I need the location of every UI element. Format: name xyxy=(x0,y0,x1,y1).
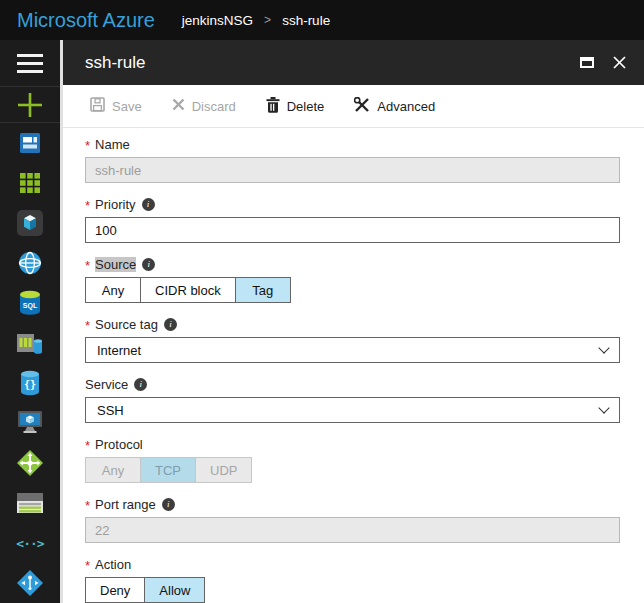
protocol-field: * Protocol Any TCP UDP xyxy=(85,436,620,483)
maximize-icon[interactable] xyxy=(580,57,594,68)
required-marker: * xyxy=(85,198,90,213)
save-button: Save xyxy=(90,97,142,115)
protocol-toggle-group: Any TCP UDP xyxy=(85,457,252,483)
hamburger-menu-icon[interactable] xyxy=(0,40,60,87)
source-tag-select[interactable]: Internet xyxy=(85,337,620,363)
delete-button[interactable]: Delete xyxy=(266,97,325,116)
protocol-option-tcp: TCP xyxy=(140,457,196,483)
save-label: Save xyxy=(112,99,142,114)
required-marker: * xyxy=(85,438,90,453)
blade-window-controls xyxy=(580,56,626,69)
required-marker: * xyxy=(85,138,90,153)
advanced-label: Advanced xyxy=(377,99,435,114)
discard-label: Discard xyxy=(192,99,236,114)
chevron-down-icon xyxy=(598,402,609,413)
source-label: Source xyxy=(95,257,136,272)
resource-groups-icon[interactable] xyxy=(0,203,60,243)
dashboard-icon[interactable] xyxy=(0,123,60,163)
storage-accounts-icon[interactable] xyxy=(0,483,60,523)
breadcrumb-item-ssh-rule[interactable]: ssh-rule xyxy=(282,13,330,28)
azure-brand[interactable]: Microsoft Azure xyxy=(17,9,155,32)
discard-button: Discard xyxy=(172,98,236,114)
discard-icon xyxy=(172,98,185,114)
new-resource-icon[interactable] xyxy=(0,87,60,123)
close-icon[interactable] xyxy=(613,56,626,69)
breadcrumb-separator-icon: > xyxy=(264,13,271,27)
port-range-field: * Port range xyxy=(85,496,620,543)
service-label: Service xyxy=(85,377,128,392)
action-field: * Action Deny Allow xyxy=(85,556,620,603)
virtual-machines-icon[interactable] xyxy=(0,403,60,443)
name-input xyxy=(85,157,620,183)
protocol-option-any: Any xyxy=(85,457,141,483)
sql-databases-icon[interactable]: SQL xyxy=(0,283,60,323)
blade-title: ssh-rule xyxy=(85,53,145,73)
protocol-option-udp: UDP xyxy=(195,457,252,483)
action-option-allow[interactable]: Allow xyxy=(144,577,205,603)
action-label-row: * Action xyxy=(85,556,620,572)
protocol-label-row: * Protocol xyxy=(85,436,620,452)
breadcrumb-item-jenkinsnsg[interactable]: jenkinsNSG xyxy=(182,13,253,28)
info-icon[interactable] xyxy=(142,258,155,271)
save-icon xyxy=(90,97,105,115)
info-icon[interactable] xyxy=(164,318,177,331)
sql-icon-text: SQL xyxy=(23,302,38,310)
priority-input[interactable] xyxy=(85,217,620,243)
command-bar: Save Discard Delete Advanced xyxy=(63,85,644,128)
required-marker: * xyxy=(85,258,90,273)
service-select[interactable]: SSH xyxy=(85,397,620,423)
main-area: SQL {} <··> xyxy=(0,40,644,603)
ssh-rule-blade: ssh-rule Save Discard xyxy=(63,40,644,603)
cosmos-db-icon[interactable]: {} xyxy=(0,363,60,403)
name-label-row: * Name xyxy=(85,136,620,152)
info-icon[interactable] xyxy=(162,498,175,511)
source-tag-label: Source tag xyxy=(95,317,158,332)
source-label-row: * Source xyxy=(85,256,620,272)
info-icon[interactable] xyxy=(142,198,155,211)
rule-form: * Name * Priority * Sou xyxy=(63,128,644,603)
source-field: * Source Any CIDR block Tag xyxy=(85,256,620,303)
left-sidebar: SQL {} <··> xyxy=(0,40,60,603)
priority-label-row: * Priority xyxy=(85,196,620,212)
all-resources-icon[interactable] xyxy=(0,163,60,203)
virtual-networks-icon[interactable] xyxy=(0,563,60,603)
source-option-tag[interactable]: Tag xyxy=(235,277,291,303)
action-option-deny[interactable]: Deny xyxy=(85,577,145,603)
action-toggle-group: Deny Allow xyxy=(85,577,205,603)
source-tag-label-row: * Source tag xyxy=(85,316,620,332)
action-label: Action xyxy=(95,557,131,572)
breadcrumb: jenkinsNSG > ssh-rule xyxy=(182,13,330,28)
required-marker: * xyxy=(85,318,90,333)
function-apps-icon[interactable]: <··> xyxy=(0,523,60,563)
code-icon-text: <··> xyxy=(16,536,43,551)
service-selected-value: SSH xyxy=(97,403,124,418)
priority-label: Priority xyxy=(95,197,135,212)
source-option-any[interactable]: Any xyxy=(85,277,141,303)
info-icon[interactable] xyxy=(134,378,147,391)
port-range-label: Port range xyxy=(95,497,156,512)
sql-data-warehouse-icon[interactable] xyxy=(0,323,60,363)
protocol-label: Protocol xyxy=(95,437,143,452)
required-marker: * xyxy=(85,558,90,573)
source-tag-selected-value: Internet xyxy=(97,343,141,358)
top-bar: Microsoft Azure jenkinsNSG > ssh-rule xyxy=(0,0,644,40)
service-label-row: Service xyxy=(85,376,620,392)
required-marker: * xyxy=(85,498,90,513)
port-range-label-row: * Port range xyxy=(85,496,620,512)
name-field: * Name xyxy=(85,136,620,183)
delete-label: Delete xyxy=(287,99,325,114)
name-label: Name xyxy=(95,137,130,152)
cosmos-icon-text: {} xyxy=(24,379,36,390)
advanced-button[interactable]: Advanced xyxy=(354,97,435,116)
source-option-cidr-block[interactable]: CIDR block xyxy=(140,277,236,303)
app-services-icon[interactable] xyxy=(0,243,60,283)
port-range-input xyxy=(85,517,620,543)
load-balancers-icon[interactable] xyxy=(0,443,60,483)
azure-portal: Microsoft Azure jenkinsNSG > ssh-rule xyxy=(0,0,644,603)
source-tag-field: * Source tag Internet xyxy=(85,316,620,363)
service-field: Service SSH xyxy=(85,376,620,423)
blade-header: ssh-rule xyxy=(63,40,644,85)
advanced-icon xyxy=(354,97,370,116)
chevron-down-icon xyxy=(598,342,609,353)
delete-icon xyxy=(266,97,280,116)
